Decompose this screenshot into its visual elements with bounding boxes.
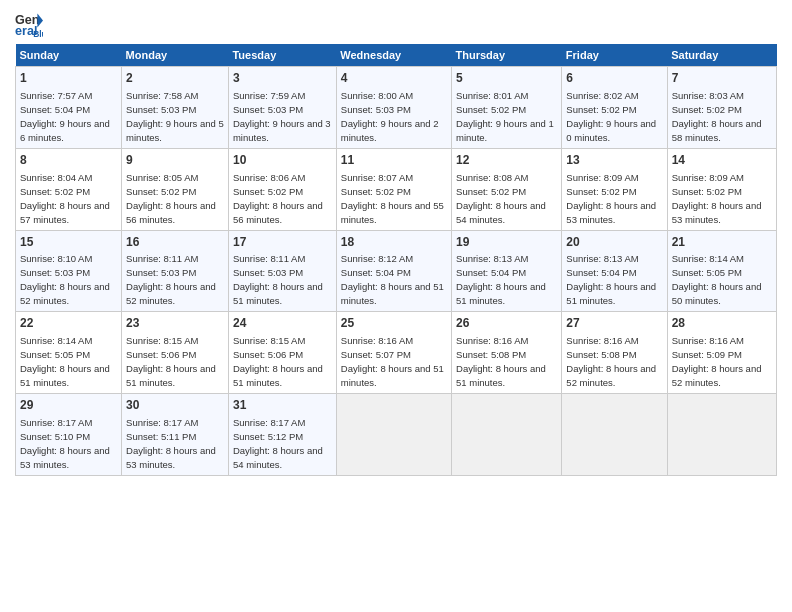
day-info: Sunrise: 8:06 AMSunset: 5:02 PMDaylight:… — [233, 172, 323, 225]
day-number: 28 — [672, 315, 772, 332]
calendar-day-cell: 18Sunrise: 8:12 AMSunset: 5:04 PMDayligh… — [336, 230, 451, 312]
calendar-week-row: 29Sunrise: 8:17 AMSunset: 5:10 PMDayligh… — [16, 394, 777, 476]
logo: Gen eral Blue — [15, 10, 47, 38]
day-number: 27 — [566, 315, 662, 332]
day-info: Sunrise: 7:59 AMSunset: 5:03 PMDaylight:… — [233, 90, 331, 143]
calendar-week-row: 22Sunrise: 8:14 AMSunset: 5:05 PMDayligh… — [16, 312, 777, 394]
day-info: Sunrise: 8:16 AMSunset: 5:09 PMDaylight:… — [672, 335, 762, 388]
day-info: Sunrise: 8:17 AMSunset: 5:12 PMDaylight:… — [233, 417, 323, 470]
day-number: 17 — [233, 234, 332, 251]
day-number: 19 — [456, 234, 557, 251]
logo-icon: Gen eral Blue — [15, 10, 43, 38]
day-number: 21 — [672, 234, 772, 251]
calendar-day-cell: 26Sunrise: 8:16 AMSunset: 5:08 PMDayligh… — [452, 312, 562, 394]
calendar-day-header: Saturday — [667, 44, 776, 67]
calendar-day-cell: 3Sunrise: 7:59 AMSunset: 5:03 PMDaylight… — [228, 67, 336, 149]
calendar-day-cell: 7Sunrise: 8:03 AMSunset: 5:02 PMDaylight… — [667, 67, 776, 149]
calendar-day-cell — [336, 394, 451, 476]
calendar-day-cell: 31Sunrise: 8:17 AMSunset: 5:12 PMDayligh… — [228, 394, 336, 476]
calendar-day-cell: 10Sunrise: 8:06 AMSunset: 5:02 PMDayligh… — [228, 148, 336, 230]
day-info: Sunrise: 8:16 AMSunset: 5:08 PMDaylight:… — [456, 335, 546, 388]
page-container: Gen eral Blue SundayMondayTuesdayWednesd… — [0, 0, 792, 481]
calendar-day-cell: 2Sunrise: 7:58 AMSunset: 5:03 PMDaylight… — [122, 67, 229, 149]
calendar-day-cell: 29Sunrise: 8:17 AMSunset: 5:10 PMDayligh… — [16, 394, 122, 476]
svg-text:Blue: Blue — [33, 29, 43, 38]
header: Gen eral Blue — [15, 10, 777, 38]
calendar-day-header: Sunday — [16, 44, 122, 67]
calendar-day-header: Wednesday — [336, 44, 451, 67]
calendar-week-row: 1Sunrise: 7:57 AMSunset: 5:04 PMDaylight… — [16, 67, 777, 149]
day-number: 10 — [233, 152, 332, 169]
calendar-day-cell: 9Sunrise: 8:05 AMSunset: 5:02 PMDaylight… — [122, 148, 229, 230]
calendar-day-cell: 27Sunrise: 8:16 AMSunset: 5:08 PMDayligh… — [562, 312, 667, 394]
day-info: Sunrise: 8:14 AMSunset: 5:05 PMDaylight:… — [672, 253, 762, 306]
day-number: 24 — [233, 315, 332, 332]
calendar-day-cell: 22Sunrise: 8:14 AMSunset: 5:05 PMDayligh… — [16, 312, 122, 394]
day-number: 12 — [456, 152, 557, 169]
calendar-week-row: 15Sunrise: 8:10 AMSunset: 5:03 PMDayligh… — [16, 230, 777, 312]
calendar-day-cell: 11Sunrise: 8:07 AMSunset: 5:02 PMDayligh… — [336, 148, 451, 230]
day-number: 25 — [341, 315, 447, 332]
day-number: 2 — [126, 70, 224, 87]
calendar-table: SundayMondayTuesdayWednesdayThursdayFrid… — [15, 44, 777, 476]
day-number: 15 — [20, 234, 117, 251]
calendar-day-cell: 20Sunrise: 8:13 AMSunset: 5:04 PMDayligh… — [562, 230, 667, 312]
day-info: Sunrise: 8:17 AMSunset: 5:11 PMDaylight:… — [126, 417, 216, 470]
calendar-day-cell: 4Sunrise: 8:00 AMSunset: 5:03 PMDaylight… — [336, 67, 451, 149]
day-number: 1 — [20, 70, 117, 87]
day-info: Sunrise: 8:08 AMSunset: 5:02 PMDaylight:… — [456, 172, 546, 225]
day-info: Sunrise: 8:17 AMSunset: 5:10 PMDaylight:… — [20, 417, 110, 470]
day-info: Sunrise: 8:03 AMSunset: 5:02 PMDaylight:… — [672, 90, 762, 143]
calendar-day-cell: 5Sunrise: 8:01 AMSunset: 5:02 PMDaylight… — [452, 67, 562, 149]
day-number: 23 — [126, 315, 224, 332]
day-number: 4 — [341, 70, 447, 87]
calendar-day-cell: 15Sunrise: 8:10 AMSunset: 5:03 PMDayligh… — [16, 230, 122, 312]
day-info: Sunrise: 8:13 AMSunset: 5:04 PMDaylight:… — [456, 253, 546, 306]
day-info: Sunrise: 8:12 AMSunset: 5:04 PMDaylight:… — [341, 253, 444, 306]
day-number: 18 — [341, 234, 447, 251]
day-info: Sunrise: 8:16 AMSunset: 5:08 PMDaylight:… — [566, 335, 656, 388]
day-info: Sunrise: 8:02 AMSunset: 5:02 PMDaylight:… — [566, 90, 656, 143]
calendar-day-cell: 28Sunrise: 8:16 AMSunset: 5:09 PMDayligh… — [667, 312, 776, 394]
day-info: Sunrise: 7:58 AMSunset: 5:03 PMDaylight:… — [126, 90, 224, 143]
day-number: 7 — [672, 70, 772, 87]
day-number: 22 — [20, 315, 117, 332]
calendar-day-cell: 13Sunrise: 8:09 AMSunset: 5:02 PMDayligh… — [562, 148, 667, 230]
calendar-day-cell: 23Sunrise: 8:15 AMSunset: 5:06 PMDayligh… — [122, 312, 229, 394]
calendar-day-cell — [562, 394, 667, 476]
day-info: Sunrise: 8:07 AMSunset: 5:02 PMDaylight:… — [341, 172, 444, 225]
day-info: Sunrise: 8:16 AMSunset: 5:07 PMDaylight:… — [341, 335, 444, 388]
day-number: 11 — [341, 152, 447, 169]
calendar-day-cell: 14Sunrise: 8:09 AMSunset: 5:02 PMDayligh… — [667, 148, 776, 230]
day-number: 6 — [566, 70, 662, 87]
calendar-day-header: Monday — [122, 44, 229, 67]
calendar-day-cell: 30Sunrise: 8:17 AMSunset: 5:11 PMDayligh… — [122, 394, 229, 476]
day-info: Sunrise: 7:57 AMSunset: 5:04 PMDaylight:… — [20, 90, 110, 143]
day-number: 14 — [672, 152, 772, 169]
day-info: Sunrise: 8:00 AMSunset: 5:03 PMDaylight:… — [341, 90, 439, 143]
day-info: Sunrise: 8:01 AMSunset: 5:02 PMDaylight:… — [456, 90, 554, 143]
day-number: 3 — [233, 70, 332, 87]
calendar-day-cell: 19Sunrise: 8:13 AMSunset: 5:04 PMDayligh… — [452, 230, 562, 312]
day-number: 20 — [566, 234, 662, 251]
day-info: Sunrise: 8:13 AMSunset: 5:04 PMDaylight:… — [566, 253, 656, 306]
day-info: Sunrise: 8:15 AMSunset: 5:06 PMDaylight:… — [126, 335, 216, 388]
calendar-day-cell: 17Sunrise: 8:11 AMSunset: 5:03 PMDayligh… — [228, 230, 336, 312]
day-info: Sunrise: 8:10 AMSunset: 5:03 PMDaylight:… — [20, 253, 110, 306]
calendar-day-cell: 1Sunrise: 7:57 AMSunset: 5:04 PMDaylight… — [16, 67, 122, 149]
calendar-day-header: Friday — [562, 44, 667, 67]
calendar-day-cell: 21Sunrise: 8:14 AMSunset: 5:05 PMDayligh… — [667, 230, 776, 312]
calendar-day-header: Thursday — [452, 44, 562, 67]
calendar-week-row: 8Sunrise: 8:04 AMSunset: 5:02 PMDaylight… — [16, 148, 777, 230]
calendar-day-cell — [452, 394, 562, 476]
day-info: Sunrise: 8:14 AMSunset: 5:05 PMDaylight:… — [20, 335, 110, 388]
day-number: 5 — [456, 70, 557, 87]
calendar-day-cell: 25Sunrise: 8:16 AMSunset: 5:07 PMDayligh… — [336, 312, 451, 394]
day-number: 30 — [126, 397, 224, 414]
day-number: 13 — [566, 152, 662, 169]
day-info: Sunrise: 8:05 AMSunset: 5:02 PMDaylight:… — [126, 172, 216, 225]
calendar-day-cell: 16Sunrise: 8:11 AMSunset: 5:03 PMDayligh… — [122, 230, 229, 312]
day-number: 8 — [20, 152, 117, 169]
day-number: 31 — [233, 397, 332, 414]
calendar-day-cell: 12Sunrise: 8:08 AMSunset: 5:02 PMDayligh… — [452, 148, 562, 230]
